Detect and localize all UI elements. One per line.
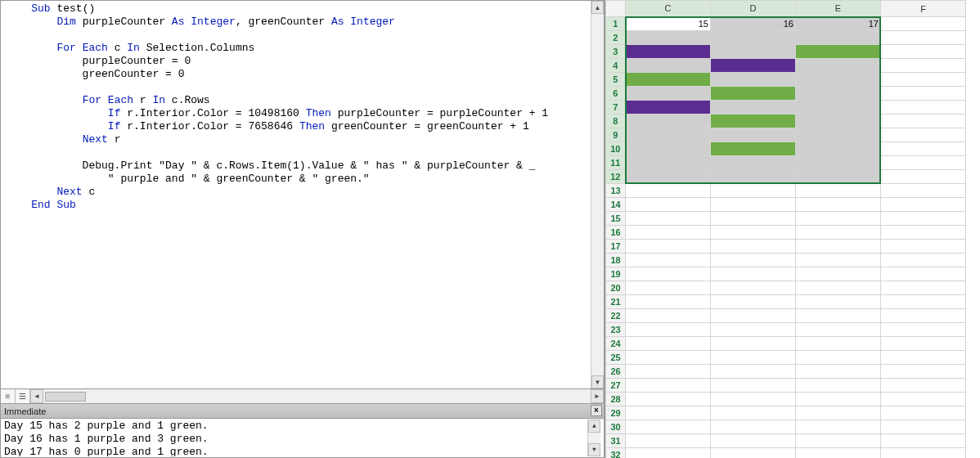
cell-C25[interactable] xyxy=(626,351,711,365)
cell-F6[interactable] xyxy=(881,87,966,101)
cell-F24[interactable] xyxy=(881,337,966,351)
cell-F27[interactable] xyxy=(881,379,966,393)
cell-C32[interactable] xyxy=(626,448,711,459)
cell-F2[interactable] xyxy=(881,31,966,45)
cell-D13[interactable] xyxy=(711,184,796,198)
row-header-23[interactable]: 23 xyxy=(606,323,626,337)
row-header-31[interactable]: 31 xyxy=(606,434,626,448)
cell-F28[interactable] xyxy=(881,393,966,406)
cell-D7[interactable] xyxy=(711,101,796,114)
row-header-17[interactable]: 17 xyxy=(606,240,626,254)
immediate-window[interactable]: Day 15 has 2 purple and 1 green. Day 16 … xyxy=(0,419,605,458)
column-header-D[interactable]: D xyxy=(711,1,796,17)
cell-C17[interactable] xyxy=(626,240,711,254)
cell-E19[interactable] xyxy=(796,267,881,281)
cell-F19[interactable] xyxy=(881,267,966,281)
cell-E15[interactable] xyxy=(796,212,881,226)
cell-C9[interactable] xyxy=(626,128,711,142)
cell-D26[interactable] xyxy=(711,365,796,379)
cell-E22[interactable] xyxy=(796,309,881,323)
cell-C13[interactable] xyxy=(626,184,711,198)
cell-D12[interactable] xyxy=(711,170,796,184)
cell-C19[interactable] xyxy=(626,267,711,281)
scroll-up-icon[interactable]: ▲ xyxy=(588,420,600,433)
cell-F26[interactable] xyxy=(881,365,966,379)
row-header-30[interactable]: 30 xyxy=(606,420,626,434)
cell-D1[interactable]: 16 xyxy=(711,17,796,31)
cell-E3[interactable] xyxy=(796,45,881,59)
cell-E5[interactable] xyxy=(796,73,881,87)
full-module-view-icon[interactable]: ☰ xyxy=(16,389,30,403)
cell-D25[interactable] xyxy=(711,351,796,365)
cell-D10[interactable] xyxy=(711,142,796,156)
cell-D27[interactable] xyxy=(711,379,796,393)
cell-D15[interactable] xyxy=(711,212,796,226)
cell-D24[interactable] xyxy=(711,337,796,351)
row-header-32[interactable]: 32 xyxy=(606,448,626,459)
cell-F16[interactable] xyxy=(881,226,966,240)
row-header-6[interactable]: 6 xyxy=(606,87,626,101)
cell-F22[interactable] xyxy=(881,309,966,323)
cell-D31[interactable] xyxy=(711,434,796,448)
cell-E20[interactable] xyxy=(796,281,881,295)
cell-C4[interactable] xyxy=(626,59,711,73)
row-header-29[interactable]: 29 xyxy=(606,406,626,420)
cell-D32[interactable] xyxy=(711,448,796,459)
cell-F9[interactable] xyxy=(881,128,966,142)
cell-D30[interactable] xyxy=(711,420,796,434)
cell-F18[interactable] xyxy=(881,254,966,267)
cell-D8[interactable] xyxy=(711,114,796,128)
row-header-4[interactable]: 4 xyxy=(606,59,626,73)
cell-E18[interactable] xyxy=(796,254,881,267)
cell-C7[interactable] xyxy=(626,101,711,114)
cell-C12[interactable] xyxy=(626,170,711,184)
cell-C31[interactable] xyxy=(626,434,711,448)
cell-C23[interactable] xyxy=(626,323,711,337)
cell-F13[interactable] xyxy=(881,184,966,198)
column-header-E[interactable]: E xyxy=(796,1,881,17)
cell-E25[interactable] xyxy=(796,351,881,365)
cell-E1[interactable]: 17 xyxy=(796,17,881,31)
row-header-27[interactable]: 27 xyxy=(606,379,626,393)
cell-E23[interactable] xyxy=(796,323,881,337)
cell-E21[interactable] xyxy=(796,295,881,309)
cell-E2[interactable] xyxy=(796,31,881,45)
row-header-20[interactable]: 20 xyxy=(606,281,626,295)
scroll-left-icon[interactable]: ◄ xyxy=(30,389,43,403)
cell-D2[interactable] xyxy=(711,31,796,45)
cell-D17[interactable] xyxy=(711,240,796,254)
row-header-18[interactable]: 18 xyxy=(606,254,626,267)
row-header-21[interactable]: 21 xyxy=(606,295,626,309)
cell-C26[interactable] xyxy=(626,365,711,379)
row-header-25[interactable]: 25 xyxy=(606,351,626,365)
cell-F11[interactable] xyxy=(881,156,966,170)
cell-E10[interactable] xyxy=(796,142,881,156)
cell-E6[interactable] xyxy=(796,87,881,101)
cell-D11[interactable] xyxy=(711,156,796,170)
row-header-10[interactable]: 10 xyxy=(606,142,626,156)
cell-F14[interactable] xyxy=(881,198,966,212)
cell-C5[interactable] xyxy=(626,73,711,87)
cell-C14[interactable] xyxy=(626,198,711,212)
cell-E30[interactable] xyxy=(796,420,881,434)
cell-F4[interactable] xyxy=(881,59,966,73)
cell-C2[interactable] xyxy=(626,31,711,45)
cell-F25[interactable] xyxy=(881,351,966,365)
row-header-22[interactable]: 22 xyxy=(606,309,626,323)
cell-F5[interactable] xyxy=(881,73,966,87)
cell-E12[interactable] xyxy=(796,170,881,184)
row-header-15[interactable]: 15 xyxy=(606,212,626,226)
row-header-1[interactable]: 1 xyxy=(606,17,626,31)
cell-C27[interactable] xyxy=(626,379,711,393)
cell-D23[interactable] xyxy=(711,323,796,337)
cell-C21[interactable] xyxy=(626,295,711,309)
cell-C30[interactable] xyxy=(626,420,711,434)
cell-C22[interactable] xyxy=(626,309,711,323)
cell-C20[interactable] xyxy=(626,281,711,295)
cell-F20[interactable] xyxy=(881,281,966,295)
close-icon[interactable]: × xyxy=(591,405,602,416)
scroll-down-icon[interactable]: ▼ xyxy=(588,443,600,456)
cell-D28[interactable] xyxy=(711,393,796,406)
cell-D6[interactable] xyxy=(711,87,796,101)
code-horizontal-scrollbar[interactable]: ◄ ► xyxy=(30,389,604,403)
